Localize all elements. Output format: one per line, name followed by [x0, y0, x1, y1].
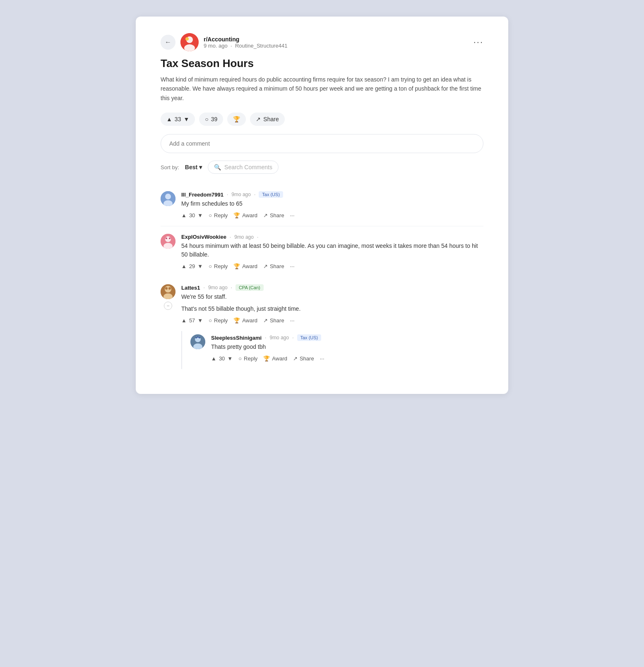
comment-actions: ▲ 57 ▼ ○ Reply 🏆 Award	[181, 317, 483, 324]
avatar	[190, 334, 205, 349]
comment-dot2: ·	[231, 285, 232, 290]
comments-list: Ill_Freedom7991 · 9mo ago · Tax (US) My …	[161, 184, 483, 369]
collapse-thread-button[interactable]: −	[164, 302, 172, 310]
comment-vote: ▲ 30 ▼	[181, 212, 203, 218]
post-body: What kind of minimum required hours do p…	[161, 75, 483, 103]
comment-share-button[interactable]: ↗ Share	[263, 263, 284, 269]
vote-button[interactable]: ▲ 33 ▼	[161, 113, 195, 126]
svg-point-3	[185, 37, 189, 41]
comment-award-button[interactable]: 🏆 Award	[233, 212, 257, 218]
comment-upvote[interactable]: ▲	[181, 317, 187, 324]
nested-upvote[interactable]: ▲	[211, 355, 216, 362]
more-options-button[interactable]: ···	[473, 37, 483, 48]
comment-reply-button[interactable]: ○ Reply	[209, 317, 228, 324]
nested-reply-button[interactable]: ○ Reply	[238, 355, 257, 362]
search-placeholder: Search Comments	[224, 164, 272, 170]
comment-dot: ·	[254, 192, 255, 197]
svg-point-22	[199, 337, 200, 338]
comment-age: 9mo ago	[234, 234, 254, 240]
comment-flair: Tax (US)	[259, 191, 283, 198]
comment-award-button[interactable]: 🏆 Award	[233, 317, 257, 324]
comment-vote: ▲ 29 ▼	[181, 263, 203, 269]
nested-vote: ▲ 30 ▼	[211, 355, 233, 362]
svg-point-10	[166, 238, 167, 239]
comment-share-button[interactable]: ↗ Share	[263, 317, 284, 324]
avatar	[161, 191, 175, 206]
add-comment-input[interactable]	[161, 134, 483, 153]
comment-actions: ▲ 29 ▼ ○ Reply 🏆 Award ↗ Share	[181, 263, 483, 269]
comment-meta: ExplOsivWookiee · 9mo ago ·	[181, 234, 483, 240]
comment-username: SleeplessShinigami	[211, 335, 262, 341]
comment-reply-button[interactable]: ○ Reply	[209, 212, 228, 218]
svg-point-21	[195, 337, 197, 338]
comment-vote-count: 29	[189, 263, 195, 269]
sort-dropdown[interactable]: Best ▾	[185, 164, 202, 170]
comment-vote-count: 57	[189, 317, 195, 324]
comments-button[interactable]: ○ 39	[199, 113, 223, 126]
comment-downvote[interactable]: ▼	[197, 263, 203, 269]
chevron-down-icon: ▾	[199, 164, 202, 170]
nested-more-button[interactable]: ···	[320, 355, 324, 362]
post-meta: r/Accounting 9 mo. ago · Routine_Structu…	[204, 36, 287, 49]
comment-actions: ▲ 30 ▼ ○ Reply 🏆 Award ↗ Share	[181, 212, 483, 218]
action-bar: ▲ 33 ▼ ○ 39 🏆 ↗ Share	[161, 113, 483, 126]
comment-upvote[interactable]: ▲	[181, 212, 187, 218]
svg-point-5	[165, 194, 171, 199]
search-comments-box[interactable]: 🔍 Search Comments	[208, 161, 279, 174]
comment-downvote[interactable]: ▼	[197, 317, 203, 324]
award-icon: 🏆	[233, 116, 240, 122]
nested-downvote[interactable]: ▼	[227, 355, 233, 362]
main-card: ← r/Accounting 9 mo. ago · Routine_Struc…	[136, 17, 508, 394]
comment-meta: SleeplessShinigami · 9mo ago · Tax (US)	[211, 334, 483, 341]
reply-icon: ○	[209, 263, 212, 269]
nested-award-button[interactable]: 🏆 Award	[263, 355, 287, 362]
svg-point-11	[169, 238, 171, 239]
comment-vote: ▲ 57 ▼	[181, 317, 203, 324]
nested-share-button[interactable]: ↗ Share	[293, 355, 314, 362]
comment-meta: Ill_Freedom7991 · 9mo ago · Tax (US)	[181, 191, 483, 198]
comment-dot2: ·	[292, 335, 293, 341]
vote-count: 33	[175, 116, 181, 122]
svg-point-16	[168, 287, 171, 290]
comment-more-button[interactable]: ···	[290, 263, 295, 269]
comment-body: SleeplessShinigami · 9mo ago · Tax (US) …	[211, 334, 483, 362]
comment: − Lattes1 · 9mo ago · CPA (Can) We're 55…	[161, 277, 483, 331]
comment-body: Lattes1 · 9mo ago · CPA (Can) We're 55 f…	[181, 284, 483, 324]
sort-label: Sort by:	[161, 164, 179, 170]
share-button[interactable]: ↗ Share	[250, 113, 284, 126]
back-button[interactable]: ←	[161, 35, 175, 50]
reply-icon: ○	[238, 355, 242, 362]
share-icon: ↗	[263, 317, 268, 324]
comment-award-button[interactable]: 🏆 Award	[233, 263, 257, 269]
award-button[interactable]: 🏆	[227, 113, 246, 126]
comment-dot: ·	[230, 234, 231, 240]
sort-search-row: Sort by: Best ▾ 🔍 Search Comments	[161, 161, 483, 174]
comment-upvote[interactable]: ▲	[181, 263, 187, 269]
comment-dot: ·	[204, 285, 205, 290]
comment-text: Thats pretty good tbh	[211, 343, 483, 351]
award-icon: 🏆	[233, 212, 240, 218]
comment-meta: Lattes1 · 9mo ago · CPA (Can)	[181, 284, 483, 291]
comment-time: ·	[227, 192, 228, 197]
avatar	[161, 234, 175, 249]
avatar	[161, 284, 175, 299]
comment-username: Ill_Freedom7991	[181, 192, 223, 198]
award-icon: 🏆	[233, 317, 240, 324]
nested-comment-actions: ▲ 30 ▼ ○ Reply 🏆 Award	[211, 355, 483, 362]
comment-text: My firm schedules to 65	[181, 199, 483, 208]
comment-body: Ill_Freedom7991 · 9mo ago · Tax (US) My …	[181, 191, 483, 218]
comment-dot2: ·	[257, 234, 258, 240]
subreddit-label: r/Accounting	[204, 36, 287, 43]
share-icon: ↗	[263, 212, 268, 218]
comment-more-button[interactable]: ···	[290, 212, 295, 218]
comment-age: 9mo ago	[208, 285, 228, 290]
award-icon: 🏆	[233, 263, 240, 269]
comment-downvote[interactable]: ▼	[197, 212, 203, 218]
award-icon: 🏆	[263, 355, 270, 362]
reply-icon: ○	[209, 212, 212, 218]
comment-more-button[interactable]: ···	[290, 317, 295, 324]
comment-share-button[interactable]: ↗ Share	[263, 212, 284, 218]
comment-reply-button[interactable]: ○ Reply	[209, 263, 228, 269]
comment-text: We're 55 for staff. That's not 55 billab…	[181, 293, 483, 313]
post-time-user: 9 mo. ago · Routine_Structure441	[204, 43, 287, 49]
